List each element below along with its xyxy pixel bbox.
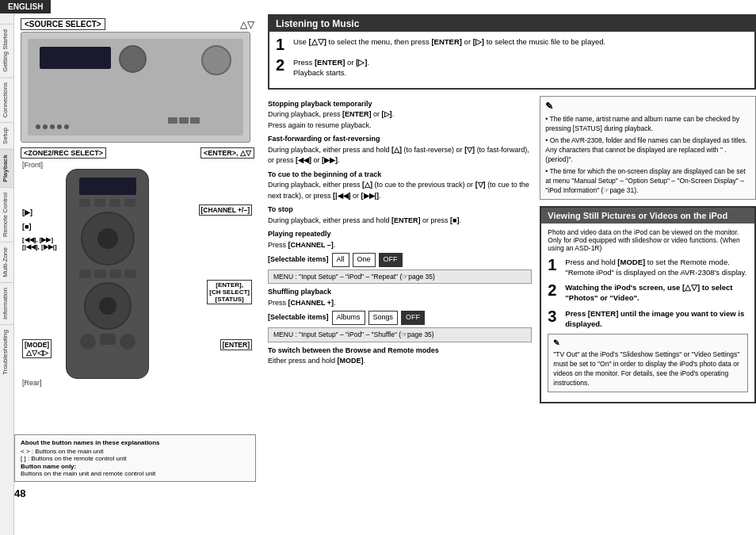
- switch-heading: To switch between the Browse and Remote …: [268, 346, 532, 357]
- sel-btn-songs[interactable]: Songs: [368, 311, 399, 325]
- sel-btn-all[interactable]: All: [332, 253, 349, 267]
- viewing-box: Viewing Still Pictures or Videos on the …: [540, 206, 756, 403]
- viewing-content: Photo and video data on the iPod can be …: [541, 224, 754, 402]
- left-panel: <SOURCE SELECT> △▽: [14, 14, 264, 506]
- viewing-step-1: 1 Press and hold [MODE] to set the Remot…: [548, 257, 748, 278]
- channel-label: [CHANNEL +/–]: [199, 204, 252, 216]
- viewing-step-3: 3 Press [ENTER] until the image you want…: [548, 308, 748, 330]
- step-2: 2 Press [ENTER] or [▷]. Playback starts.: [276, 57, 748, 78]
- repeat-text: Press [CHANNEL –].: [268, 240, 532, 251]
- sidebar-item-remote-control[interactable]: Remote Control: [0, 187, 13, 242]
- device-front-image: [21, 32, 250, 143]
- enter-label: <ENTER>, △▽: [200, 147, 254, 159]
- viewing-step-2: 2 Watching the iPod's screen, use [△▽] t…: [548, 282, 748, 304]
- main-content: <SOURCE SELECT> △▽: [14, 14, 756, 535]
- cue-heading: To cue to the beginning of a track: [268, 170, 532, 181]
- sidebar-item-troubleshooting[interactable]: Troubleshooting: [0, 324, 13, 380]
- viewing-step-3-num: 3: [548, 308, 560, 330]
- source-select-label: <SOURCE SELECT>: [21, 18, 105, 30]
- viewing-step-3-text: Press [ENTER] until the image you want t…: [565, 308, 748, 330]
- shuffle-heading: Shuffling playback: [268, 287, 532, 298]
- fast-forward-text: During playback, either press and hold […: [268, 145, 532, 166]
- rear-label: [Rear]: [22, 379, 42, 387]
- sidebar-item-setup[interactable]: Setup: [0, 122, 13, 149]
- sel-btn-one[interactable]: One: [353, 253, 376, 267]
- info-box-line2: [ ] : Buttons on the remote control unit: [21, 455, 250, 462]
- note-box: ✎ • The title name, artist name and albu…: [540, 96, 756, 200]
- sidebar-item-connections[interactable]: Connections: [0, 77, 13, 122]
- step-1-number: 1: [276, 36, 288, 52]
- fast-forward-heading: Fast-forwarding or fast-reversing: [268, 134, 532, 145]
- viewing-step-1-text: Press and hold [MODE] to set the Remote …: [565, 257, 746, 278]
- zone2-label: <ZONE2/REC SELECT>: [21, 147, 106, 159]
- repeat-heading: Playing repeatedly: [268, 229, 532, 240]
- page-number: 48: [14, 487, 25, 499]
- sidebar-item-getting-started[interactable]: Getting Started: [0, 24, 13, 77]
- selectable-label-1: [Selectable items]: [268, 254, 329, 266]
- listening-title: Listening to Music: [269, 16, 754, 32]
- sel-btn-off-2[interactable]: OFF: [401, 311, 425, 325]
- viewing-step-2-text: Watching the iPod's screen, use [△▽] to …: [565, 282, 748, 304]
- skip-buttons-label: [◀◀], [▶▶][|◀◀], [▶▶|]: [22, 236, 57, 250]
- sidebar: Getting Started Connections Setup Playba…: [0, 0, 14, 535]
- switch-text: Either press and hold [MODE].: [268, 356, 532, 367]
- listening-content: 1 Use [△▽] to select the menu, then pres…: [269, 32, 754, 88]
- front-label: [Front]: [22, 161, 43, 169]
- stop-heading: To stop: [268, 204, 532, 216]
- stop-button-label: [■]: [22, 223, 31, 231]
- mode-label: [MODE] △▽◁▷: [22, 339, 52, 358]
- selectable-label-2: [Selectable items]: [268, 312, 329, 323]
- sidebar-item-multi-zone[interactable]: Multi-Zone: [0, 242, 13, 282]
- note-bullet-1: • The title name, artist name and album …: [545, 115, 750, 134]
- viewing-step-1-sub: "Remote iPod" is displayed on the AVR-23…: [565, 268, 746, 277]
- enter-bottom-label: [ENTER]: [220, 339, 252, 350]
- note-bullet-3: • The time for which the on-screen displ…: [545, 167, 750, 196]
- right-panel: Listening to Music 1 Use [△▽] to select …: [268, 14, 756, 535]
- play-button-label: [▶]: [22, 208, 32, 216]
- two-col-layout: Stopping playback temporarily During pla…: [268, 96, 756, 403]
- stopping-heading: Stopping playback temporarily: [268, 99, 532, 110]
- menu-bar-2: MENU : "Input Setup" – "iPod" – "Shuffle…: [268, 327, 532, 342]
- viewing-step-2-num: 2: [548, 282, 560, 304]
- viewing-note: ✎ "TV Out" at the iPod's "Slideshow Sett…: [548, 334, 748, 392]
- step-2-text: Press [ENTER] or [▷]. Playback starts.: [293, 57, 369, 78]
- info-box: About the button names in these explanat…: [14, 434, 256, 482]
- info-box-line3: Button name only:: [21, 463, 250, 470]
- selectable-row-2: [Selectable items] Albums Songs OFF: [268, 311, 532, 325]
- note-column: ✎ • The title name, artist name and albu…: [540, 96, 756, 403]
- sel-btn-albums[interactable]: Albums: [332, 311, 365, 325]
- step-1: 1 Use [△▽] to select the menu, then pres…: [276, 36, 748, 52]
- viewing-title: Viewing Still Pictures or Videos on the …: [541, 208, 754, 224]
- stopping-text: During playback, press [ENTER] or [▷].Pr…: [268, 109, 532, 131]
- info-box-title: About the button names in these explanat…: [21, 439, 250, 446]
- cue-text: During playback, either press [△] (to cu…: [268, 180, 532, 201]
- info-box-line1: < > : Buttons on the main unit: [21, 448, 250, 455]
- sidebar-item-information[interactable]: Information: [0, 282, 13, 324]
- step-2-sub: Playback starts.: [293, 68, 346, 77]
- menu-bar-1: MENU : "Input Setup" – "iPod" – "Repeat"…: [268, 269, 532, 285]
- viewing-step-1-num: 1: [548, 257, 560, 278]
- remote-illustration: [▶] [■] [◀◀], [▶▶][|◀◀], [▶▶|] [CHANNEL …: [22, 169, 252, 383]
- note-bullet-2: • On the AVR-2308, folder and file names…: [545, 136, 750, 165]
- step-1-text: Use [△▽] to select the menu, then press …: [293, 36, 605, 52]
- listening-box: Listening to Music 1 Use [△▽] to select …: [268, 14, 756, 90]
- info-box-line4: Buttons on the main unit and remote cont…: [21, 470, 250, 477]
- language-tab: ENGLISH: [0, 0, 51, 13]
- instructions-content: Stopping playback temporarily During pla…: [268, 99, 532, 367]
- shuffle-text: Press [CHANNEL +].: [268, 298, 532, 309]
- instructions-column: Stopping playback temporarily During pla…: [268, 96, 532, 403]
- viewing-note-text: "TV Out" at the iPod's "Slideshow Settin…: [553, 350, 743, 388]
- step-2-number: 2: [276, 57, 288, 78]
- stop-text: During playback, either press and hold […: [268, 216, 532, 227]
- arrow-updown-top: △▽: [240, 19, 254, 30]
- sel-btn-off-1[interactable]: OFF: [379, 253, 403, 267]
- sidebar-item-playback[interactable]: Playback: [0, 149, 13, 187]
- viewing-description: Photo and video data on the iPod can be …: [548, 228, 748, 252]
- selectable-row-1: [Selectable items] All One OFF: [268, 253, 532, 267]
- enter-ch-select-label: [ENTER], [CH SELECT] [STATUS]: [207, 280, 252, 304]
